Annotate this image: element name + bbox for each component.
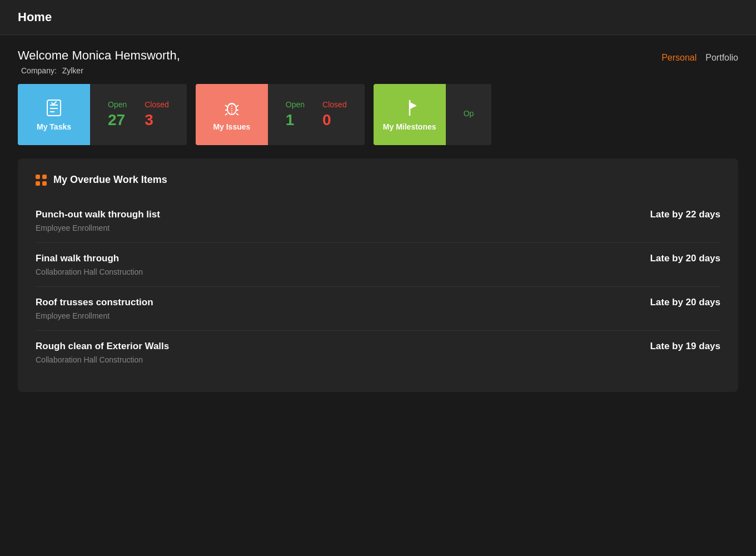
- top-bar: Welcome Monica Hemsworth, Company: Zylke…: [0, 35, 756, 84]
- page-title: Home: [18, 10, 52, 24]
- my-milestones-stats: Op: [446, 109, 492, 120]
- issues-closed-stat: Closed 0: [322, 100, 347, 129]
- work-item[interactable]: Rough clean of Exterior Walls Collaborat…: [36, 330, 720, 374]
- work-item[interactable]: Roof trusses construction Employee Enrol…: [36, 286, 720, 330]
- tasks-open-count: 27: [108, 111, 127, 129]
- my-issues-card[interactable]: My Issues Open 1 Closed 0: [196, 84, 365, 145]
- welcome-section: Welcome Monica Hemsworth, Company: Zylke…: [18, 48, 180, 75]
- tasks-closed-count: 3: [145, 111, 169, 129]
- work-item-project: Collaboration Hall Construction: [36, 355, 169, 364]
- work-item-name: Punch-out walk through list: [36, 209, 160, 220]
- dot-2: [42, 175, 47, 179]
- tasks-open-label: Open: [108, 100, 127, 109]
- work-item-late-badge: Late by 20 days: [650, 297, 720, 308]
- work-item-name: Final walk through: [36, 253, 143, 264]
- my-milestones-card[interactable]: My Milestones Op: [374, 84, 492, 145]
- overdue-section: My Overdue Work Items Punch-out walk thr…: [18, 158, 738, 392]
- my-issues-icon-block: My Issues: [196, 84, 268, 145]
- work-item-info: Roof trusses construction Employee Enrol…: [36, 297, 153, 320]
- work-items-list: Punch-out walk through list Employee Enr…: [36, 199, 720, 374]
- work-item-late-badge: Late by 20 days: [650, 253, 720, 264]
- work-item[interactable]: Punch-out walk through list Employee Enr…: [36, 199, 720, 242]
- tasks-icon: [44, 98, 64, 118]
- work-item-name: Rough clean of Exterior Walls: [36, 341, 169, 352]
- work-item-info: Rough clean of Exterior Walls Collaborat…: [36, 341, 169, 364]
- welcome-text: Welcome Monica Hemsworth,: [18, 48, 180, 63]
- bug-icon: [222, 98, 242, 118]
- work-item-info: Final walk through Collaboration Hall Co…: [36, 253, 143, 276]
- work-item[interactable]: Final walk through Collaboration Hall Co…: [36, 242, 720, 286]
- tasks-closed-stat: Closed 3: [145, 100, 169, 129]
- svg-line-5: [225, 105, 227, 107]
- issues-closed-count: 0: [322, 111, 347, 129]
- svg-line-10: [236, 113, 238, 115]
- tasks-closed-label: Closed: [145, 100, 169, 109]
- company-name: Zylker: [62, 66, 83, 75]
- milestone-icon: [400, 98, 420, 118]
- my-tasks-icon-block: My Tasks: [18, 84, 90, 145]
- work-item-project: Employee Enrollment: [36, 224, 160, 232]
- work-item-name: Roof trusses construction: [36, 297, 153, 308]
- view-toggle: Personal Portfolio: [662, 53, 738, 63]
- work-item-info: Punch-out walk through list Employee Enr…: [36, 209, 160, 232]
- portfolio-view-button[interactable]: Portfolio: [705, 53, 738, 63]
- my-milestones-label: My Milestones: [383, 122, 436, 131]
- svg-line-9: [225, 113, 227, 115]
- company-label: Company:: [21, 66, 57, 75]
- work-item-project: Employee Enrollment: [36, 311, 153, 320]
- overdue-title: My Overdue Work Items: [53, 174, 167, 186]
- stats-area: My Tasks Open 27 Closed 3: [0, 84, 756, 158]
- overdue-grid-icon: [36, 175, 47, 186]
- dot-4: [42, 181, 47, 186]
- my-issues-label: My Issues: [213, 122, 250, 131]
- milestones-open-label: Op: [464, 109, 474, 118]
- svg-line-6: [236, 105, 238, 107]
- my-tasks-stats: Open 27 Closed 3: [90, 100, 187, 129]
- header: Home: [0, 0, 756, 35]
- issues-open-label: Open: [286, 100, 305, 109]
- issues-open-stat: Open 1: [286, 100, 305, 129]
- issues-closed-label: Closed: [322, 100, 347, 109]
- my-tasks-card[interactable]: My Tasks Open 27 Closed 3: [18, 84, 187, 145]
- issues-open-count: 1: [286, 111, 305, 129]
- tasks-open-stat: Open 27: [108, 100, 127, 129]
- dot-1: [36, 175, 40, 179]
- company-info: Company: Zylker: [18, 66, 180, 75]
- overdue-header: My Overdue Work Items: [36, 174, 720, 186]
- work-item-late-badge: Late by 19 days: [650, 341, 720, 352]
- my-tasks-label: My Tasks: [37, 122, 71, 131]
- milestones-open-stat: Op: [464, 109, 474, 120]
- my-issues-stats: Open 1 Closed 0: [268, 100, 365, 129]
- work-item-late-badge: Late by 22 days: [650, 209, 720, 220]
- dot-3: [36, 181, 40, 186]
- my-milestones-icon-block: My Milestones: [374, 84, 446, 145]
- work-item-project: Collaboration Hall Construction: [36, 267, 143, 276]
- personal-view-button[interactable]: Personal: [662, 53, 697, 63]
